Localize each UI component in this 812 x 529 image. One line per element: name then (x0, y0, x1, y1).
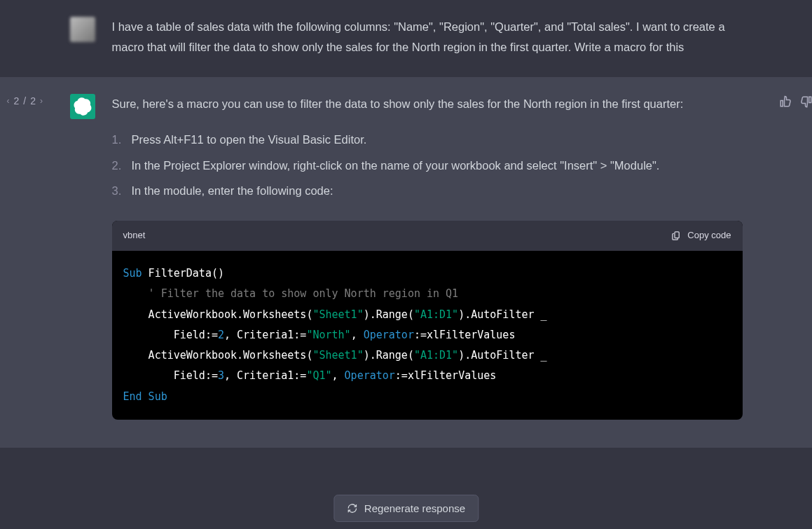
code-token: "A1:D1" (414, 308, 458, 321)
code-token: "A1:D1" (414, 349, 458, 362)
user-message-text: I have a table of sales data with the fo… (112, 17, 743, 57)
code-token: ).AutoFilter _ (458, 308, 546, 321)
code-token: Sub (142, 390, 167, 403)
thumbs-up-icon[interactable] (779, 95, 792, 108)
code-token: , (351, 329, 364, 341)
code-token: ).Range( (364, 349, 414, 362)
code-token: Field:= (123, 369, 218, 382)
thumbs-down-icon[interactable] (800, 95, 813, 108)
code-token: , Criteria1:= (224, 369, 306, 382)
code-token: "Q1" (306, 369, 331, 382)
step-number: 2. (112, 156, 132, 176)
clipboard-icon (671, 231, 682, 241)
assistant-intro: Sure, here's a macro you can use to filt… (112, 94, 743, 114)
feedback-controls (779, 95, 813, 108)
assistant-message-block: ‹ 2 / 2 › Sure, here's a macro you can u… (0, 77, 812, 448)
assistant-logo-icon (74, 97, 92, 116)
code-token: Field:= (123, 329, 218, 341)
user-message-block: I have a table of sales data with the fo… (0, 0, 812, 77)
code-body[interactable]: Sub FilterData() ' Filter the data to sh… (112, 251, 743, 420)
code-token: Operator (364, 329, 414, 341)
code-token: , Criteria1:= (224, 329, 306, 341)
regenerate-label: Regenerate response (364, 502, 465, 514)
code-token: End (123, 390, 142, 403)
pager-prev[interactable]: ‹ (7, 96, 10, 106)
code-token: 3 (218, 369, 224, 382)
step-text: In the module, enter the following code: (132, 181, 333, 201)
code-token: Operator (345, 369, 395, 382)
code-token: :=xlFilterValues (414, 329, 516, 341)
code-token: :=xlFilterValues (395, 369, 497, 382)
code-token: "North" (306, 329, 350, 341)
code-token: ).Range( (364, 308, 414, 321)
step-text: In the Project Explorer window, right-cl… (132, 156, 660, 176)
svg-rect-0 (675, 232, 679, 238)
refresh-icon (347, 503, 357, 514)
code-token: ' Filter the data to show only North reg… (123, 287, 459, 300)
code-token: , (332, 369, 345, 382)
pager-next[interactable]: › (40, 96, 43, 106)
code-token: 2 (218, 329, 224, 341)
pager-current: 2 (14, 95, 20, 107)
assistant-avatar (70, 94, 95, 119)
pager-sep: / (23, 95, 26, 107)
steps-list: 1.Press Alt+F11 to open the Visual Basic… (112, 130, 743, 202)
copy-code-label: Copy code (687, 228, 731, 244)
code-token: ).AutoFilter _ (458, 349, 546, 362)
step-text: Press Alt+F11 to open the Visual Basic E… (132, 130, 367, 150)
code-token: "Sheet1" (312, 349, 363, 362)
code-language-label: vbnet (123, 228, 146, 244)
code-token: FilterData() (142, 267, 224, 280)
step-number: 3. (112, 181, 132, 201)
copy-code-button[interactable]: Copy code (671, 228, 731, 244)
response-pager: ‹ 2 / 2 › (7, 95, 43, 107)
code-block: vbnet Copy code Sub FilterData() ' Filte… (112, 221, 743, 420)
regenerate-button[interactable]: Regenerate response (333, 495, 479, 522)
pager-total: 2 (30, 95, 36, 107)
step-number: 1. (112, 130, 132, 150)
user-avatar (70, 17, 95, 42)
code-token: Sub (123, 267, 142, 280)
code-token: ActiveWorkbook.Worksheets( (123, 349, 313, 362)
code-token: ActiveWorkbook.Worksheets( (123, 308, 313, 321)
code-token: "Sheet1" (312, 308, 363, 321)
